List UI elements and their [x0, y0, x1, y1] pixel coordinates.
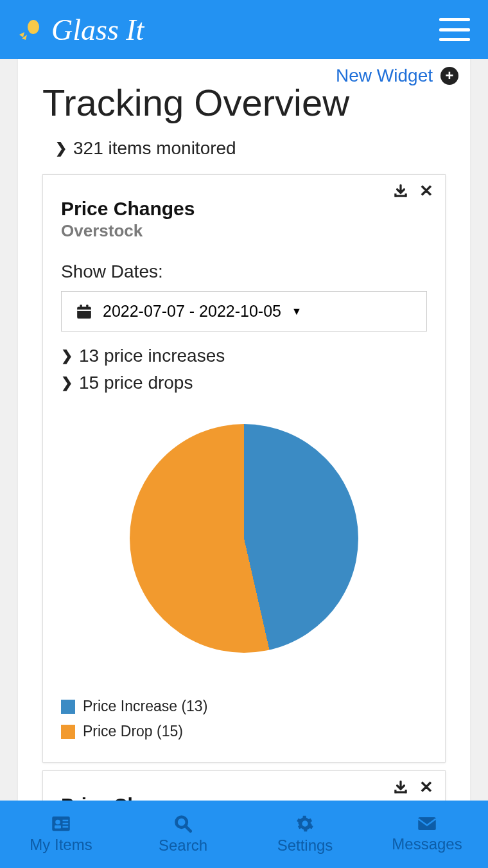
- nav-label: My Items: [30, 836, 92, 854]
- svg-rect-3: [394, 193, 396, 197]
- svg-rect-20: [418, 817, 436, 830]
- svg-rect-9: [395, 791, 406, 793]
- card-title: Price Changes: [61, 794, 427, 801]
- gear-icon: [296, 815, 314, 833]
- new-widget-label: New Widget: [336, 66, 433, 86]
- card-action-bar: ✕: [392, 181, 433, 201]
- bottom-nav-bar: My Items Search Settings Messages: [0, 801, 488, 868]
- envelope-icon: [417, 816, 437, 831]
- nav-label: Search: [159, 837, 207, 855]
- svg-line-19: [186, 826, 191, 831]
- legend-drop: Price Drop (15): [61, 723, 427, 740]
- nav-search[interactable]: Search: [122, 801, 244, 868]
- price-increases-row[interactable]: ❯ 13 price increases: [61, 346, 427, 366]
- svg-rect-6: [77, 309, 91, 310]
- nav-label: Settings: [277, 837, 333, 855]
- brand-logo[interactable]: Glass It: [18, 13, 144, 47]
- svg-point-13: [55, 819, 60, 824]
- svg-rect-11: [405, 790, 407, 793]
- plus-icon: +: [440, 67, 458, 85]
- svg-rect-2: [395, 195, 406, 197]
- date-range-value: 2022-07-07 - 2022-10-05: [103, 302, 281, 321]
- card-title: Price Changes: [61, 198, 427, 220]
- chevron-right-icon: ❯: [61, 348, 73, 364]
- svg-rect-15: [63, 819, 69, 821]
- svg-rect-16: [63, 822, 69, 824]
- download-icon[interactable]: [392, 779, 409, 796]
- items-monitored-row[interactable]: ❯ 321 items monitored: [18, 130, 470, 174]
- svg-rect-4: [405, 193, 407, 197]
- chevron-right-icon: ❯: [61, 375, 73, 391]
- id-card-icon: [51, 815, 71, 832]
- nav-label: Messages: [392, 835, 462, 853]
- chart-legend: Price Increase (13) Price Drop (15): [61, 698, 427, 740]
- legend-swatch-increase: [61, 700, 75, 714]
- legend-swatch-drop: [61, 725, 75, 739]
- price-changes-card-2: ✕ Price Changes: [42, 770, 446, 801]
- new-widget-button[interactable]: New Widget +: [336, 66, 458, 86]
- svg-rect-14: [55, 825, 61, 828]
- nav-messages[interactable]: Messages: [366, 801, 488, 868]
- bee-icon: [18, 15, 46, 44]
- items-monitored-text: 321 items monitored: [73, 138, 236, 159]
- show-dates-label: Show Dates:: [61, 261, 427, 282]
- svg-rect-8: [86, 305, 88, 308]
- close-icon[interactable]: ✕: [419, 181, 433, 201]
- download-icon[interactable]: [392, 183, 409, 200]
- caret-down-icon: ▼: [292, 306, 302, 317]
- price-changes-card: ✕ Price Changes Overstock Show Dates: 20…: [42, 174, 446, 763]
- legend-drop-label: Price Drop (15): [83, 723, 183, 740]
- svg-rect-5: [77, 306, 91, 318]
- price-increases-text: 13 price increases: [79, 346, 225, 366]
- price-drops-row[interactable]: ❯ 15 price drops: [61, 373, 427, 393]
- svg-rect-17: [63, 826, 69, 828]
- nav-my-items[interactable]: My Items: [0, 801, 122, 868]
- card-subtitle: Overstock: [61, 221, 427, 241]
- search-icon: [174, 815, 192, 833]
- svg-rect-10: [394, 790, 396, 793]
- card-action-bar: ✕: [392, 777, 433, 797]
- svg-point-1: [31, 21, 36, 26]
- chevron-right-icon: ❯: [55, 140, 67, 157]
- legend-increase-label: Price Increase (13): [83, 698, 207, 715]
- top-nav-bar: Glass It: [0, 0, 488, 59]
- close-icon[interactable]: ✕: [419, 777, 433, 797]
- svg-rect-7: [80, 305, 82, 308]
- price-drops-text: 15 price drops: [79, 373, 193, 393]
- brand-name: Glass It: [51, 13, 144, 47]
- date-range-picker[interactable]: 2022-07-07 - 2022-10-05 ▼: [61, 291, 427, 332]
- pie-chart-container: [61, 424, 427, 653]
- legend-increase: Price Increase (13): [61, 698, 427, 715]
- pie-chart: [130, 424, 358, 653]
- calendar-icon: [76, 303, 92, 320]
- main-content: New Widget + Tracking Overview ❯ 321 ite…: [18, 59, 470, 801]
- nav-settings[interactable]: Settings: [244, 801, 366, 868]
- menu-icon[interactable]: [439, 18, 470, 41]
